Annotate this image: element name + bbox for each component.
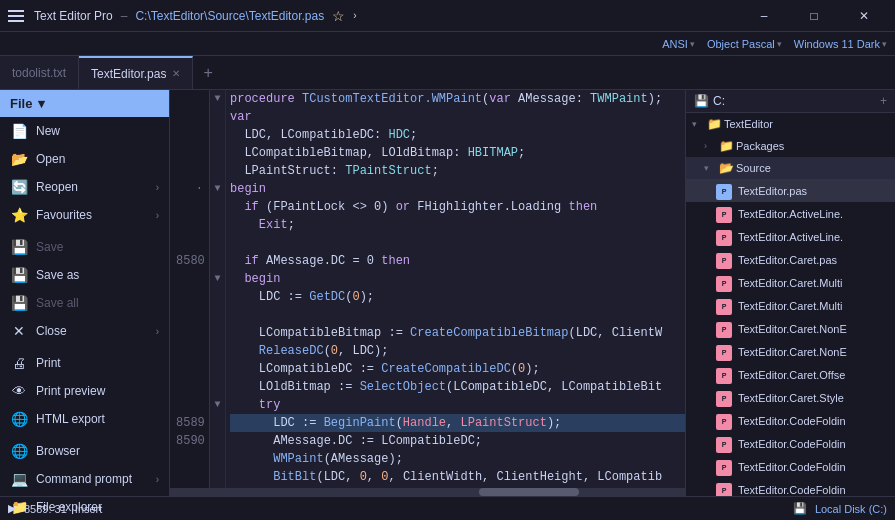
code-line: AMessage.DC := LCompatibleDC; bbox=[230, 432, 685, 450]
htmlexport-icon: 🌐 bbox=[10, 411, 28, 427]
line-num bbox=[176, 270, 203, 288]
line-num bbox=[176, 144, 203, 162]
print-icon: 🖨 bbox=[10, 355, 28, 371]
file-icon: P bbox=[716, 434, 736, 453]
sidebar-item-saveas-label: Save as bbox=[36, 268, 79, 282]
tab-texteditor-label: TextEditor.pas bbox=[91, 67, 166, 81]
file-label: TextEditor.CodeFoldin bbox=[738, 412, 846, 430]
tree-file[interactable]: P TextEditor.CodeFoldin bbox=[686, 409, 895, 432]
tree-file[interactable]: P TextEditor.CodeFoldin bbox=[686, 432, 895, 455]
sidebar-header[interactable]: File ▾ bbox=[0, 90, 169, 117]
file-icon: P bbox=[716, 365, 736, 384]
tree-file[interactable]: P TextEditor.Caret.Style bbox=[686, 386, 895, 409]
fold-marker bbox=[210, 450, 225, 468]
tree-folder-texteditor[interactable]: ▾ 📁 TextEditor bbox=[686, 113, 895, 135]
status-left: ▶ 8589: 31 Insert bbox=[8, 502, 102, 515]
close-button[interactable]: ✕ bbox=[841, 2, 887, 30]
close-icon: ✕ bbox=[10, 323, 28, 339]
insert-mode[interactable]: Insert bbox=[75, 503, 103, 515]
theme-selector[interactable]: Windows 11 Dark ▾ bbox=[794, 38, 887, 50]
sidebar-item-open[interactable]: 📂 Open bbox=[0, 145, 169, 173]
tree-file[interactable]: P TextEditor.Caret.NonE bbox=[686, 317, 895, 340]
line-num bbox=[176, 126, 203, 144]
sidebar-item-browser[interactable]: 🌐 Browser bbox=[0, 437, 169, 465]
tree-file[interactable]: P TextEditor.ActiveLine. bbox=[686, 202, 895, 225]
fold-marker bbox=[210, 342, 225, 360]
tree-file[interactable]: P TextEditor.CodeFoldin bbox=[686, 455, 895, 478]
code-content[interactable]: · 8580 8589 8590 bbox=[170, 90, 685, 488]
cmdprompt-arrow: › bbox=[156, 474, 159, 485]
file-tree-content[interactable]: ▾ 📁 TextEditor › 📁 Packages ▾ 📂 Source bbox=[686, 113, 895, 496]
file-label: TextEditor.CodeFoldin bbox=[738, 435, 846, 453]
sidebar-item-saveall[interactable]: 💾 Save all bbox=[0, 289, 169, 317]
theme-arrow: ▾ bbox=[882, 39, 887, 49]
saveas-icon: 💾 bbox=[10, 267, 28, 283]
maximize-button[interactable]: □ bbox=[791, 2, 837, 30]
code-lines[interactable]: procedure TCustomTextEditor.WMPaint(var … bbox=[226, 90, 685, 488]
tree-folder-source[interactable]: ▾ 📂 Source bbox=[686, 157, 895, 179]
sidebar-item-close[interactable]: ✕ Close › bbox=[0, 317, 169, 345]
chevron-icon[interactable]: › bbox=[353, 10, 356, 21]
sidebar-item-save[interactable]: 💾 Save bbox=[0, 233, 169, 261]
fold-marker bbox=[210, 414, 225, 432]
tree-folder-packages[interactable]: › 📁 Packages bbox=[686, 135, 895, 157]
drive-status[interactable]: Local Disk (C:) bbox=[815, 503, 887, 515]
sidebar-item-cmdprompt[interactable]: 💻 Command prompt › bbox=[0, 465, 169, 493]
title-separator: – bbox=[121, 9, 128, 23]
encoding-selector[interactable]: ANSI ▾ bbox=[662, 38, 695, 50]
code-line: procedure TCustomTextEditor.WMPaint(var … bbox=[230, 90, 685, 108]
code-line: try bbox=[230, 396, 685, 414]
sidebar-item-saveas[interactable]: 💾 Save as bbox=[0, 261, 169, 289]
add-tab-button[interactable]: + bbox=[193, 56, 222, 89]
sidebar-item-print-label: Print bbox=[36, 356, 61, 370]
star-icon[interactable]: ☆ bbox=[332, 8, 345, 24]
minimize-button[interactable]: – bbox=[741, 2, 787, 30]
tree-file[interactable]: P TextEditor.Caret.Offse bbox=[686, 363, 895, 386]
scrollbar-thumb[interactable] bbox=[479, 488, 579, 496]
add-tree-button[interactable]: + bbox=[880, 94, 887, 108]
encoding-bar: ANSI ▾ Object Pascal ▾ Windows 11 Dark ▾ bbox=[0, 32, 895, 56]
sidebar-item-print[interactable]: 🖨 Print bbox=[0, 349, 169, 377]
sidebar-item-reopen[interactable]: 🔄 Reopen › bbox=[0, 173, 169, 201]
tree-file[interactable]: P TextEditor.Caret.pas bbox=[686, 248, 895, 271]
play-icon[interactable]: ▶ bbox=[8, 502, 16, 515]
sidebar-item-htmlexport[interactable]: 🌐 HTML export bbox=[0, 405, 169, 433]
line-num: · bbox=[176, 180, 203, 198]
sidebar-item-favourites[interactable]: ⭐ Favourites › bbox=[0, 201, 169, 229]
code-line: LOldBitmap := SelectObject(LCompatibleDC… bbox=[230, 378, 685, 396]
tree-file[interactable]: P TextEditor.Caret.Multi bbox=[686, 294, 895, 317]
sidebar-header-arrow: ▾ bbox=[38, 96, 45, 111]
line-num bbox=[176, 360, 203, 378]
close-tab-icon[interactable]: ✕ bbox=[172, 68, 180, 79]
language-selector[interactable]: Object Pascal ▾ bbox=[707, 38, 782, 50]
fold-marker[interactable]: ▼ bbox=[210, 180, 225, 198]
fold-marker bbox=[210, 126, 225, 144]
fold-marker[interactable]: ▼ bbox=[210, 270, 225, 288]
file-label: TextEditor.ActiveLine. bbox=[738, 205, 843, 223]
folder-label: Packages bbox=[736, 137, 784, 155]
tab-todolist[interactable]: todolist.txt bbox=[0, 56, 79, 89]
tree-file[interactable]: P TextEditor.Caret.NonE bbox=[686, 340, 895, 363]
reopen-arrow: › bbox=[156, 182, 159, 193]
tree-file[interactable]: P TextEditor.Caret.Multi bbox=[686, 271, 895, 294]
code-line: ReleaseDC(0, LDC); bbox=[230, 342, 685, 360]
file-label: TextEditor.Caret.Offse bbox=[738, 366, 845, 384]
tree-file[interactable]: P TextEditor.ActiveLine. bbox=[686, 225, 895, 248]
tab-texteditor[interactable]: TextEditor.pas ✕ bbox=[79, 56, 193, 89]
save-status-icon: 💾 bbox=[793, 502, 807, 515]
tree-file[interactable]: P TextEditor.CodeFoldin bbox=[686, 478, 895, 496]
sidebar-item-new[interactable]: 📄 New bbox=[0, 117, 169, 145]
fold-marker bbox=[210, 306, 225, 324]
fold-marker[interactable]: ▼ bbox=[210, 396, 225, 414]
sidebar-item-printpreview[interactable]: 👁 Print preview bbox=[0, 377, 169, 405]
horizontal-scrollbar[interactable] bbox=[170, 488, 685, 496]
file-label: TextEditor.Caret.pas bbox=[738, 251, 837, 269]
line-num bbox=[176, 216, 203, 234]
chevron-icon: › bbox=[704, 137, 716, 155]
sidebar-item-favourites-label: Favourites bbox=[36, 208, 92, 222]
tree-file-texteditor-pas[interactable]: P TextEditor.pas bbox=[686, 179, 895, 202]
menu-icon[interactable] bbox=[8, 7, 26, 25]
fold-marker[interactable]: ▼ bbox=[210, 90, 225, 108]
drive-label: C: bbox=[713, 94, 876, 108]
file-label: TextEditor.Caret.NonE bbox=[738, 320, 847, 338]
